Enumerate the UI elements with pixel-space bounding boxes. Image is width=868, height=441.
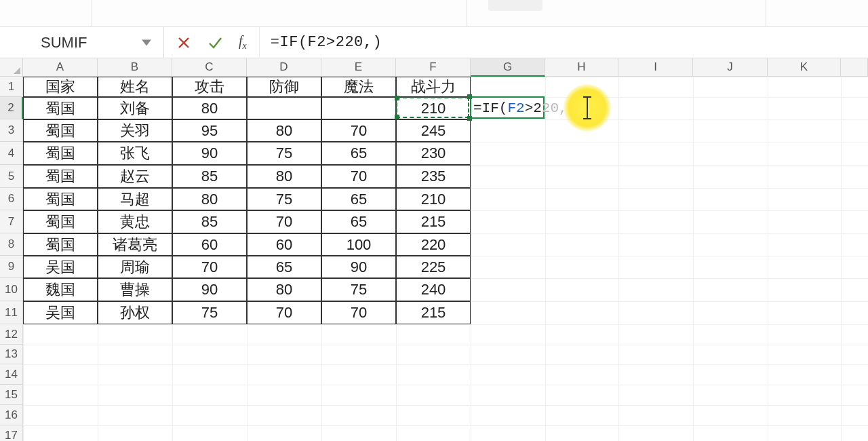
cell-D6[interactable]: 75: [247, 188, 321, 210]
cell-A3[interactable]: 蜀国: [23, 119, 98, 142]
row-header-17[interactable]: 17: [0, 425, 23, 441]
cell-F7[interactable]: 215: [396, 210, 471, 233]
cell-B11[interactable]: 孙权: [98, 301, 172, 324]
cell-B2[interactable]: 刘备: [98, 97, 172, 119]
formula-input[interactable]: =IF(F2>220,): [260, 34, 868, 51]
cell-E7[interactable]: 65: [321, 210, 396, 233]
cell-E1[interactable]: 魔法: [321, 77, 396, 97]
row-header-13[interactable]: 13: [0, 345, 23, 364]
cell-E10[interactable]: 75: [321, 278, 396, 301]
cell-F4[interactable]: 230: [396, 142, 471, 165]
col-header-E[interactable]: E: [321, 58, 396, 77]
cell-B5[interactable]: 赵云: [98, 165, 172, 188]
cell-D1[interactable]: 防御: [247, 77, 321, 97]
row-header-1[interactable]: 1: [0, 77, 23, 97]
cell-F10[interactable]: 240: [396, 278, 471, 301]
cell-B4[interactable]: 张飞: [98, 142, 172, 165]
col-header-G[interactable]: G: [471, 58, 545, 77]
cell-C9[interactable]: 70: [172, 256, 247, 278]
cell-C11[interactable]: 75: [172, 301, 247, 324]
cell-E5[interactable]: 70: [321, 165, 396, 188]
cell-F9[interactable]: 225: [396, 256, 471, 278]
cell-D11[interactable]: 70: [247, 301, 321, 324]
chevron-down-icon[interactable]: [142, 39, 151, 45]
row-header-3[interactable]: 3: [0, 119, 23, 142]
cell-B6[interactable]: 马超: [98, 188, 172, 210]
cell-E4[interactable]: 65: [321, 142, 396, 165]
cell-A2[interactable]: 蜀国: [23, 97, 98, 119]
cell-B10[interactable]: 曹操: [98, 278, 172, 301]
row-header-8[interactable]: 8: [0, 233, 23, 256]
row-header-11[interactable]: 11: [0, 301, 23, 324]
cell-B7[interactable]: 黄忠: [98, 210, 172, 233]
row-header-4[interactable]: 4: [0, 142, 23, 165]
row-header-15[interactable]: 15: [0, 385, 23, 405]
row-header-7[interactable]: 7: [0, 210, 23, 233]
cancel-icon[interactable]: [176, 35, 191, 50]
cell-E8[interactable]: 100: [321, 233, 396, 256]
cell-A10[interactable]: 魏国: [23, 278, 98, 301]
cell-A6[interactable]: 蜀国: [23, 188, 98, 210]
row-header-9[interactable]: 9: [0, 256, 23, 278]
row-header-6[interactable]: 6: [0, 188, 23, 210]
cell-E6[interactable]: 65: [321, 188, 396, 210]
cell-D9[interactable]: 65: [247, 256, 321, 278]
row-header-5[interactable]: 5: [0, 165, 23, 188]
cell-D5[interactable]: 80: [247, 165, 321, 188]
cell-D7[interactable]: 70: [247, 210, 321, 233]
cell-E11[interactable]: 70: [321, 301, 396, 324]
select-all-button[interactable]: [0, 58, 23, 77]
col-header-B[interactable]: B: [98, 58, 172, 77]
row-header-10[interactable]: 10: [0, 278, 23, 301]
cell-D10[interactable]: 80: [247, 278, 321, 301]
cell-A5[interactable]: 蜀国: [23, 165, 98, 188]
cell-A8[interactable]: 蜀国: [23, 233, 98, 256]
cell-C7[interactable]: 85: [172, 210, 247, 233]
cell-F1[interactable]: 战斗力: [396, 77, 471, 97]
fx-icon[interactable]: fx: [239, 33, 247, 52]
cell-E3[interactable]: 70: [321, 119, 396, 142]
col-header-blank[interactable]: [841, 58, 868, 77]
row-header-2[interactable]: 2: [0, 97, 23, 119]
cell-A4[interactable]: 蜀国: [23, 142, 98, 165]
cell-F11[interactable]: 215: [396, 301, 471, 324]
col-header-A[interactable]: A: [23, 58, 98, 77]
row-header-12[interactable]: 12: [0, 324, 23, 345]
cell-A9[interactable]: 吴国: [23, 256, 98, 278]
name-box[interactable]: SUMIF: [0, 27, 164, 58]
col-header-H[interactable]: H: [545, 58, 618, 77]
cell-F8[interactable]: 220: [396, 233, 471, 256]
cell-F5[interactable]: 235: [396, 165, 471, 188]
cell-D3[interactable]: 80: [247, 119, 321, 142]
cell-B3[interactable]: 关羽: [98, 119, 172, 142]
col-header-K[interactable]: K: [768, 58, 841, 77]
confirm-icon[interactable]: [208, 35, 222, 50]
cell-C4[interactable]: 90: [172, 142, 247, 165]
col-header-D[interactable]: D: [247, 58, 321, 77]
cell-C2[interactable]: 80: [172, 97, 247, 119]
cell-C1[interactable]: 攻击: [172, 77, 247, 97]
cell-C6[interactable]: 80: [172, 188, 247, 210]
cell-A1[interactable]: 国家: [23, 77, 98, 97]
cell-C8[interactable]: 60: [172, 233, 247, 256]
cell-D2[interactable]: [247, 97, 321, 119]
cell-B1[interactable]: 姓名: [98, 77, 172, 97]
in-cell-editor[interactable]: =IF(F2>220,): [473, 97, 576, 119]
col-header-C[interactable]: C: [172, 58, 247, 77]
cell-D8[interactable]: 60: [247, 233, 321, 256]
col-header-I[interactable]: I: [618, 58, 693, 77]
row-header-16[interactable]: 16: [0, 405, 23, 425]
cell-B8[interactable]: 诸葛亮: [98, 233, 172, 256]
cell-E2[interactable]: [321, 97, 396, 119]
cell-E9[interactable]: 90: [321, 256, 396, 278]
cell-F3[interactable]: 245: [396, 119, 471, 142]
row-header-14[interactable]: 14: [0, 364, 23, 385]
cell-grid[interactable]: 国家姓名攻击防御魔法战斗力蜀国刘备80210蜀国关羽958070245蜀国张飞9…: [23, 77, 868, 441]
cell-A7[interactable]: 蜀国: [23, 210, 98, 233]
cell-C5[interactable]: 85: [172, 165, 247, 188]
col-header-J[interactable]: J: [693, 58, 768, 77]
cell-F2[interactable]: 210: [396, 97, 471, 119]
col-header-F[interactable]: F: [396, 58, 471, 77]
cell-A11[interactable]: 吴国: [23, 301, 98, 324]
cell-C10[interactable]: 90: [172, 278, 247, 301]
